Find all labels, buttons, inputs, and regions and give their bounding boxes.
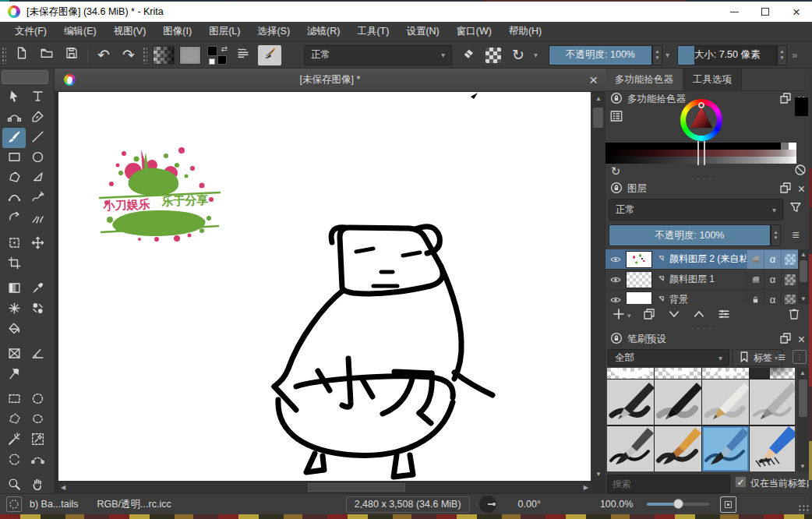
- tool-select-outline-button[interactable]: [2, 450, 26, 471]
- tool-select-similar-button[interactable]: [2, 430, 26, 450]
- minimize-button[interactable]: [718, 2, 750, 22]
- layer-row[interactable]: 颜料图层 1 α: [605, 270, 798, 290]
- tool-transform-button[interactable]: [2, 234, 26, 254]
- alpha-channel-icon[interactable]: [781, 270, 798, 289]
- selection-mode-icon[interactable]: [6, 496, 22, 512]
- tool-text-button[interactable]: [26, 87, 49, 108]
- tool-fill-button[interactable]: [2, 320, 26, 340]
- new-document-button[interactable]: [12, 45, 32, 65]
- brush-preset-status[interactable]: b) Ba...tails: [30, 499, 79, 510]
- redo-button[interactable]: ↷: [118, 45, 139, 65]
- brush-scrollbar[interactable]: ▲ ▼: [797, 368, 809, 471]
- tool-measure-button[interactable]: [26, 344, 49, 365]
- zoom-slider[interactable]: [647, 503, 709, 506]
- window-resize-grip[interactable]: [798, 504, 809, 514]
- scroll-left-icon[interactable]: ◀: [61, 484, 65, 491]
- toolbar-grip[interactable]: [2, 47, 6, 64]
- docker-float-icon[interactable]: [778, 181, 793, 197]
- tool-dynamic-brush-button[interactable]: [2, 209, 26, 229]
- docker-resize-handle[interactable]: · · · · · ·: [605, 327, 809, 330]
- menu-item[interactable]: 选择(S): [249, 22, 298, 41]
- toolbox-drag-grip[interactable]: [2, 70, 48, 84]
- tool-crop-button[interactable]: [2, 254, 26, 274]
- layer-filter-button[interactable]: [788, 201, 803, 217]
- search-in-tag-checkbox[interactable]: ✓: [735, 476, 747, 488]
- preserve-alpha-button[interactable]: [483, 45, 503, 65]
- docker-float-icon[interactable]: [778, 91, 793, 108]
- move-layer-down-button[interactable]: [667, 307, 681, 324]
- tool-edit-shapes-button[interactable]: [2, 108, 26, 128]
- docker-close-icon[interactable]: ×: [798, 183, 805, 196]
- color-bar-lightness[interactable]: [605, 157, 796, 164]
- brush-preset-liner-brush[interactable]: [607, 426, 654, 471]
- move-layer-up-button[interactable]: [692, 307, 706, 324]
- menu-item[interactable]: 文件(F): [6, 22, 55, 41]
- color-bar-handle[interactable]: [704, 141, 705, 165]
- tool-select-rect-button[interactable]: [2, 390, 26, 410]
- docker-lock-icon[interactable]: [609, 91, 623, 108]
- color-wheel[interactable]: [680, 99, 722, 141]
- chevron-down-icon[interactable]: ▾: [665, 51, 669, 59]
- pattern-chooser-button[interactable]: [179, 46, 201, 65]
- brush-scroll-thumb[interactable]: [799, 380, 807, 417]
- layer-visibility-eye-icon[interactable]: [605, 274, 626, 286]
- alpha-lock-icon[interactable]: α: [764, 270, 781, 289]
- tool-bezier-button[interactable]: [2, 189, 26, 209]
- brush-preset-ink-pen-black[interactable]: [607, 380, 654, 425]
- color-bar-value[interactable]: [605, 143, 796, 150]
- inherit-alpha-icon[interactable]: [747, 270, 764, 289]
- alpha-channel-icon[interactable]: [781, 250, 798, 269]
- tool-ellipse-button[interactable]: [26, 148, 49, 168]
- chevron-down-icon[interactable]: ▾: [534, 51, 538, 59]
- opacity-slider[interactable]: 不透明度: 100%: [549, 45, 652, 65]
- layer-scrollbar[interactable]: ▲ ▼: [798, 249, 809, 304]
- display-mode-button[interactable]: ⋮: [793, 350, 807, 364]
- scroll-down-icon[interactable]: ▼: [800, 463, 806, 470]
- undo-button[interactable]: ↶: [94, 45, 114, 65]
- tool-calligraphy-button[interactable]: [26, 108, 49, 128]
- docker-lock-icon[interactable]: [609, 331, 623, 348]
- scroll-down-icon[interactable]: ▼: [595, 471, 602, 478]
- brush-preset-eraser-dots[interactable]: [702, 368, 749, 379]
- canvas-vertical-scrollbar[interactable]: ▲ ▼: [591, 92, 605, 481]
- tool-polygon-button[interactable]: [2, 168, 26, 189]
- vscroll-thumb[interactable]: [593, 108, 603, 128]
- color-bar-handle[interactable]: [697, 141, 699, 165]
- tool-select-button[interactable]: [2, 87, 26, 108]
- tool-multibrush-button[interactable]: [26, 209, 49, 229]
- brush-composite-button[interactable]: [233, 45, 253, 65]
- menu-item[interactable]: 工具(T): [348, 22, 397, 41]
- layer-scroll-thumb[interactable]: [800, 260, 807, 282]
- eraser-mode-button[interactable]: [458, 45, 478, 65]
- menu-item[interactable]: 图像(I): [154, 22, 200, 41]
- tool-move-button[interactable]: [26, 234, 49, 254]
- tool-select-poly-button[interactable]: [2, 410, 26, 430]
- tool-line-button[interactable]: [26, 128, 49, 148]
- tool-reference-images-button[interactable]: [2, 344, 26, 365]
- menu-item[interactable]: 视图(V): [105, 22, 155, 41]
- zoom-fit-button[interactable]: [720, 496, 736, 513]
- color-profile-status[interactable]: RGB/透明...rc.icc: [97, 498, 171, 511]
- layer-row[interactable]: 背景 α: [605, 290, 798, 304]
- scroll-up-icon[interactable]: ▲: [800, 369, 806, 376]
- subwindow-title-bar[interactable]: [未保存图像] * ×: [55, 69, 605, 92]
- tool-pattern-edit-button[interactable]: [2, 299, 26, 320]
- canvas-horizontal-scrollbar[interactable]: ◀ ▶: [58, 482, 591, 493]
- brush-editor-button[interactable]: [258, 45, 281, 65]
- brush-filter-select[interactable]: 全部 ▾: [608, 349, 729, 366]
- opacity-spinner[interactable]: ▲▼: [652, 45, 662, 65]
- brush-preset-pencil-blue[interactable]: [750, 426, 795, 471]
- drawing-canvas[interactable]: 小刀娱乐 乐于分享: [58, 92, 591, 481]
- menu-item[interactable]: 帮助(H): [500, 22, 550, 41]
- tool-select-freehand-button[interactable]: [26, 410, 49, 430]
- hscroll-thumb[interactable]: [308, 483, 405, 492]
- delete-layer-button[interactable]: [787, 307, 801, 324]
- alpha-lock-icon[interactable]: α: [764, 250, 781, 269]
- tool-rectangle-button[interactable]: [2, 148, 26, 168]
- brush-preset-marker-black[interactable]: [655, 380, 701, 425]
- brush-preset-ink-pen-white[interactable]: [702, 380, 749, 425]
- tool-select-color-button[interactable]: [26, 430, 49, 450]
- image-size-status[interactable]: 2,480 x 3,508 (34.6 MiB): [346, 496, 470, 513]
- menu-item[interactable]: 设置(N): [397, 22, 447, 41]
- brush-preset-eraser-soft-dark[interactable]: [750, 368, 795, 379]
